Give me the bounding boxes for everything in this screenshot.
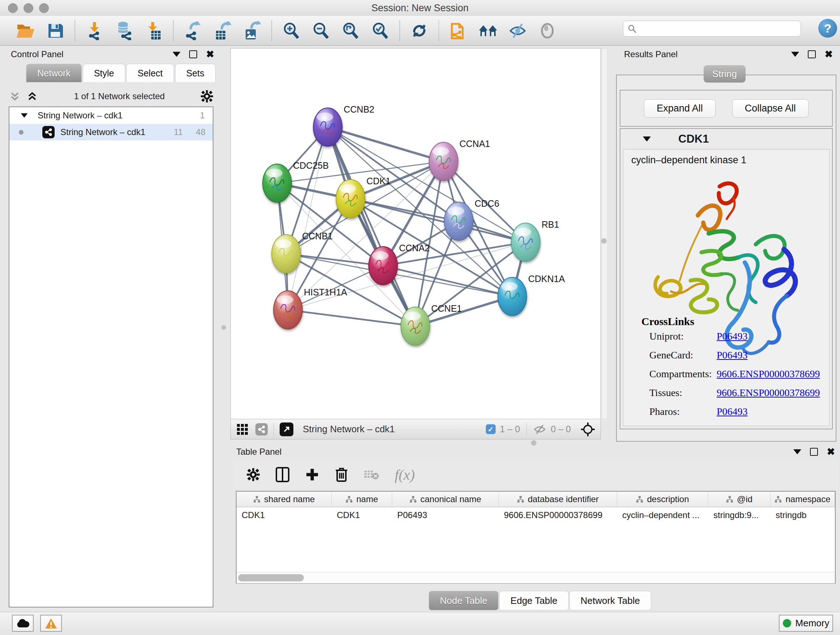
graph-edge[interactable] xyxy=(415,296,512,326)
tab-node-table[interactable]: Node Table xyxy=(429,591,499,610)
crosslink-row: Tissues:9606.ENSP00000378699 xyxy=(623,387,829,406)
collapse-all-button[interactable]: Collapse All xyxy=(732,99,808,118)
column-header-namespace[interactable]: namespace xyxy=(771,492,835,507)
tab-network[interactable]: Network xyxy=(26,64,82,82)
expand-all-networks-icon[interactable] xyxy=(26,90,38,103)
grid-view-icon[interactable] xyxy=(236,423,249,436)
import-table-from-file-icon[interactable] xyxy=(144,20,164,41)
crosslink-link[interactable]: 9606.ENSP00000378699 xyxy=(717,368,820,380)
table-cell: CDK1 xyxy=(237,510,332,520)
search-input[interactable] xyxy=(640,22,797,35)
show-columns-icon[interactable] xyxy=(275,467,290,483)
crosslink-link[interactable]: P06493 xyxy=(717,349,748,361)
table-scrollbar-thumb[interactable] xyxy=(238,574,304,581)
tab-network-table[interactable]: Network Table xyxy=(569,591,651,610)
zoom-selected-icon[interactable] xyxy=(370,20,390,41)
gene-section-header[interactable]: CDK1 xyxy=(621,129,832,149)
table-panel-float-icon[interactable] xyxy=(810,448,818,456)
expand-all-button[interactable]: Expand All xyxy=(644,99,715,118)
cloud-status-button[interactable] xyxy=(12,615,34,632)
network-row[interactable]: String Network – cdk1 11 48 xyxy=(9,124,213,141)
column-header-database-identifier[interactable]: database identifier xyxy=(499,492,617,507)
help-icon[interactable]: ? xyxy=(818,19,837,38)
table-panel-close-icon[interactable]: ✖ xyxy=(827,447,835,457)
column-header-name[interactable]: name xyxy=(332,492,392,507)
left-splitter-handle[interactable] xyxy=(221,325,226,330)
tab-style[interactable]: Style xyxy=(83,64,126,82)
column-header-canonical-name[interactable]: canonical name xyxy=(392,492,499,507)
hide-graphics-details-icon[interactable] xyxy=(508,20,527,41)
graph-node-CCNE1[interactable]: CCNE1 xyxy=(401,303,462,345)
table-panel-collapse-icon[interactable] xyxy=(793,449,801,454)
zoom-out-icon[interactable] xyxy=(311,20,331,41)
column-header-shared-name[interactable]: shared name xyxy=(237,492,332,507)
network-graph[interactable]: CCNB2CCNA1CDC25BCDK1CDC6RB1CCNB1CCNA2CDK… xyxy=(231,49,600,419)
table-cell: stringdb:9... xyxy=(708,510,771,520)
graph-node-CDC25B[interactable]: CDC25B xyxy=(263,160,329,203)
network-view-type-icon[interactable] xyxy=(256,423,268,435)
function-builder-icon[interactable]: f(x) xyxy=(395,466,415,483)
control-panel-close-icon[interactable]: ✖ xyxy=(206,50,214,59)
refresh-icon[interactable] xyxy=(409,20,429,41)
network-view[interactable]: CCNB2CCNA1CDC25BCDK1CDC6RB1CCNB1CCNA2CDK… xyxy=(231,48,601,419)
table-row[interactable]: CDK1CDK1P064939606.ENSP00000378699cyclin… xyxy=(237,507,835,523)
graph-node-CCNB1[interactable]: CCNB1 xyxy=(272,231,333,273)
birds-eye-view-icon[interactable] xyxy=(580,422,595,437)
tab-sets[interactable]: Sets xyxy=(175,64,216,82)
table-tabs: Node Table Edge Table Network Table xyxy=(429,591,652,610)
tab-select[interactable]: Select xyxy=(126,64,174,82)
node-table: shared namenamecanonical namedatabase id… xyxy=(236,491,836,584)
graph-node-HIST1H1A[interactable]: HIST1H1A xyxy=(273,287,347,329)
string-protein-query-icon[interactable] xyxy=(448,20,468,41)
network-options-gear-icon[interactable] xyxy=(201,90,213,103)
collection-expander-icon[interactable] xyxy=(21,113,28,118)
show-graphics-details-icon[interactable] xyxy=(538,20,557,41)
cloud-icon xyxy=(16,619,30,628)
graph-node-CCNB2[interactable]: CCNB2 xyxy=(313,104,374,146)
network-results-splitter[interactable] xyxy=(602,49,607,419)
export-image-icon[interactable] xyxy=(242,20,262,41)
zoom-in-icon[interactable] xyxy=(281,20,301,41)
home-icon[interactable] xyxy=(478,20,498,41)
tab-edge-table[interactable]: Edge Table xyxy=(499,591,569,610)
import-network-from-file-icon[interactable] xyxy=(85,20,104,41)
graph-node-CCNA1[interactable]: CCNA1 xyxy=(429,139,490,181)
export-table-icon[interactable] xyxy=(213,20,232,41)
column-header-description[interactable]: description xyxy=(617,492,708,507)
results-panel-float-icon[interactable] xyxy=(808,50,816,58)
crosslink-link[interactable]: P06493 xyxy=(717,331,748,342)
network-node-count: 11 xyxy=(174,127,183,137)
collapse-all-networks-icon[interactable] xyxy=(9,90,21,103)
zoom-fit-content-icon[interactable] xyxy=(341,20,360,41)
column-header--id[interactable]: @id xyxy=(708,492,771,507)
memory-button[interactable]: Memory xyxy=(779,615,833,632)
selected-indicator-checkbox[interactable]: ✓ xyxy=(486,424,496,434)
gene-expander-icon[interactable] xyxy=(643,136,651,141)
results-panel-close-icon[interactable]: ✖ xyxy=(824,50,833,59)
control-panel-float-icon[interactable] xyxy=(189,50,197,58)
string-network-icon xyxy=(42,126,55,138)
graph-edge[interactable] xyxy=(351,199,526,242)
crosslink-link[interactable]: P06493 xyxy=(717,406,748,417)
delete-column-icon[interactable] xyxy=(335,467,348,483)
control-panel-collapse-icon[interactable] xyxy=(172,52,180,57)
warnings-button[interactable] xyxy=(40,615,62,632)
graph-node-CCNA2[interactable]: CCNA2 xyxy=(369,243,430,285)
open-session-icon[interactable] xyxy=(16,20,35,41)
delete-table-icon[interactable] xyxy=(363,469,379,481)
results-panel-collapse-icon[interactable] xyxy=(791,52,799,57)
import-network-from-database-icon[interactable] xyxy=(114,20,134,41)
graph-node-CDKN1A[interactable]: CDKN1A xyxy=(498,274,565,316)
detach-view-icon[interactable] xyxy=(279,423,294,436)
graph-node-RB1[interactable]: RB1 xyxy=(511,219,559,261)
table-options-gear-icon[interactable] xyxy=(246,468,260,481)
add-column-icon[interactable] xyxy=(305,467,319,482)
graph-edge[interactable] xyxy=(288,310,415,326)
save-session-icon[interactable] xyxy=(46,20,65,41)
export-network-icon[interactable] xyxy=(183,20,202,41)
right-splitter-handle[interactable] xyxy=(601,238,607,244)
crosslink-link[interactable]: 9606.ENSP00000378699 xyxy=(717,387,820,399)
graph-edge[interactable] xyxy=(328,127,444,162)
tab-string[interactable]: String xyxy=(704,65,745,82)
network-collection-row[interactable]: String Network – cdk1 1 xyxy=(9,107,213,124)
